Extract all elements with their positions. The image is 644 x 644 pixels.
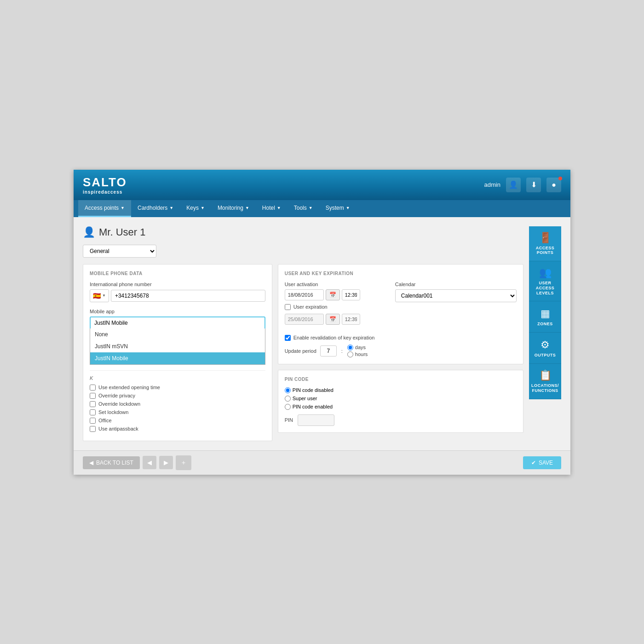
checkbox-extended-input[interactable] [90, 385, 96, 391]
outputs-label: OUTPUTS [535, 353, 556, 358]
checkbox-set-lockdown-label: Set lockdown [98, 409, 128, 415]
nav-access-points[interactable]: Access points ▼ [78, 200, 131, 217]
phone-label: International phone number [90, 282, 265, 287]
mobile-phone-section: MOBILE PHONE DATA International phone nu… [83, 264, 272, 441]
checkbox-privacy-input[interactable] [90, 393, 96, 399]
nav-monitoring[interactable]: Monitoring ▼ [211, 200, 256, 217]
nav-access-points-label: Access points [85, 205, 119, 211]
mobile-app-dropdown-wrapper: None JustIN mSVN JustIN Mobile [90, 316, 265, 329]
user-icon-button[interactable]: 👤 [506, 178, 521, 192]
download-icon-button[interactable]: ⬇ [526, 178, 541, 192]
panel-zones[interactable]: ▦ ZONES [529, 301, 561, 333]
panel-outputs[interactable]: ⚙ OUTPUTS [529, 333, 561, 364]
pin-title: PIN CODE [285, 377, 517, 382]
checkbox-extended-label: Use extended opening time [98, 385, 160, 390]
nav-access-points-chevron: ▼ [121, 206, 125, 210]
nav-hotel-label: Hotel [262, 205, 275, 211]
panel-locations-functions[interactable]: 📋 LOCATIONS/ FUNCTIONS [529, 364, 561, 399]
nav-hotel-chevron: ▼ [277, 206, 281, 210]
right-panel: 🚪 ACCESS POINTS 👥 USER ACCESS LEVELS ▦ Z… [529, 226, 561, 441]
user-expiration-checkbox[interactable] [285, 304, 291, 310]
checkbox-lockdown-label: Override lockdown [98, 401, 140, 407]
phone-input[interactable] [111, 290, 265, 302]
calendar-select[interactable]: Calendar001 [395, 289, 517, 302]
admin-label: admin [484, 181, 500, 188]
activation-date-row: 📅 [285, 289, 386, 300]
checkbox-antipassback-label: Use antipassback [98, 426, 138, 431]
save-button[interactable]: ✔ SAVE [523, 456, 561, 469]
right-sections: USER AND KEY EXPIRATION User activation … [278, 264, 523, 433]
checkbox-set-lockdown-input[interactable] [90, 409, 96, 415]
general-select[interactable]: General Advanced [83, 245, 156, 258]
pin-super-user-radio[interactable] [285, 396, 291, 402]
expiry-time-input[interactable] [342, 314, 360, 325]
nav-system-chevron: ▼ [346, 206, 350, 210]
user-access-levels-icon: 👥 [539, 267, 552, 279]
pin-disabled-radio[interactable] [285, 387, 291, 393]
checkbox-lockdown: Override lockdown [90, 401, 265, 407]
header: SALTO inspiredaccess admin 👤 ⬇ ● [74, 170, 570, 200]
expiry-date-row: 📅 [285, 314, 386, 325]
pin-enabled-radio[interactable] [285, 404, 291, 410]
activation-time-input[interactable] [342, 289, 360, 300]
pin-disabled-label: PIN code disabled [293, 387, 334, 393]
mobile-app-label: Mobile app [90, 309, 265, 314]
radio-hours-label: hours [355, 351, 368, 357]
header-right: admin 👤 ⬇ ● [484, 178, 561, 192]
activation-calendar-button[interactable]: 📅 [326, 289, 340, 300]
revalidate-checkbox[interactable] [285, 335, 291, 341]
checkbox-lockdown-input[interactable] [90, 401, 96, 407]
expiry-calendar-button[interactable]: 📅 [326, 314, 340, 325]
access-points-label: ACCESS POINTS [531, 246, 559, 256]
next-button[interactable]: ▶ [159, 456, 173, 469]
radio-days-label: days [355, 345, 366, 350]
panel-user-access-levels[interactable]: 👥 USER ACCESS LEVELS [529, 261, 561, 301]
zones-icon: ▦ [540, 308, 550, 320]
checkbox-office: Office [90, 418, 265, 424]
panel-access-points[interactable]: 🚪 ACCESS POINTS [529, 226, 561, 262]
checkbox-privacy-label: Override privacy [98, 393, 135, 398]
calendar-label: Calendar [395, 282, 517, 287]
expiry-date-input[interactable] [285, 314, 324, 325]
checkbox-office-input[interactable] [90, 418, 96, 424]
nav-system[interactable]: System ▼ [319, 200, 356, 217]
radio-hours: hours [347, 351, 368, 357]
outputs-icon: ⚙ [540, 339, 550, 351]
activation-calendar-row: User activation 📅 User expiration [285, 282, 517, 328]
nav-tools[interactable]: Tools ▼ [288, 200, 319, 217]
nav-keys[interactable]: Keys ▼ [180, 200, 211, 217]
revalidate-row: Enable revalidation of key expiration [285, 335, 517, 341]
notification-icon-button[interactable]: ● [546, 178, 561, 192]
nav-tools-chevron: ▼ [309, 206, 313, 210]
update-period-input[interactable] [320, 345, 337, 356]
activation-col: User activation 📅 User expiration [285, 282, 386, 328]
dropdown-option-none[interactable]: None [90, 328, 265, 340]
pin-enabled-row: PIN code enabled [285, 404, 517, 410]
nav-hotel[interactable]: Hotel ▼ [256, 200, 288, 217]
activation-label: User activation [285, 282, 386, 287]
expiry-check-row: User expiration [285, 304, 386, 310]
pin-input[interactable] [298, 414, 334, 426]
logo-salto: SALTO [83, 175, 127, 190]
dropdown-option-msvin[interactable]: JustIN mSVN [90, 340, 265, 352]
flag-dropdown[interactable]: 🇪🇸 ▼ [90, 289, 109, 302]
mobile-app-select[interactable]: None JustIN mSVN JustIN Mobile [90, 316, 265, 329]
back-label: BACK TO LIST [96, 460, 133, 466]
revalidate-label: Enable revalidation of key expiration [293, 335, 375, 340]
add-button[interactable]: ＋ [176, 455, 191, 470]
activation-date-input[interactable] [285, 289, 324, 300]
dropdown-option-mobile[interactable]: JustIN Mobile [90, 352, 265, 364]
logo-area: SALTO inspiredaccess [83, 175, 127, 195]
prev-button[interactable]: ◀ [143, 456, 156, 469]
save-label: SAVE [539, 460, 553, 466]
radio-days-input[interactable] [347, 345, 353, 351]
back-icon: ◀ [89, 460, 93, 466]
radio-hours-input[interactable] [347, 351, 353, 357]
pin-super-user-label: Super user [293, 396, 317, 401]
save-check-icon: ✔ [531, 460, 536, 466]
checkbox-antipassback-input[interactable] [90, 426, 96, 432]
phone-input-row: 🇪🇸 ▼ [90, 289, 265, 302]
checkbox-set-lockdown: Set lockdown [90, 409, 265, 415]
back-to-list-button[interactable]: ◀ BACK TO LIST [83, 456, 140, 469]
nav-cardholders[interactable]: Cardholders ▼ [131, 200, 180, 217]
